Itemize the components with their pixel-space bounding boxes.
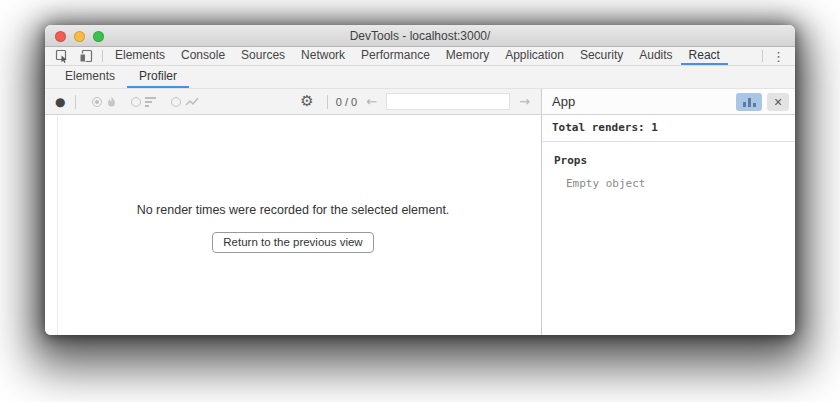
inspect-element-button[interactable]	[50, 47, 74, 65]
subtab-profiler[interactable]: Profiler	[127, 66, 189, 88]
bar-chart-icon	[743, 98, 756, 107]
gear-icon: ⚙	[300, 94, 313, 109]
right-arrow-icon: →	[517, 95, 532, 108]
details-panel-header: App ×	[542, 89, 795, 114]
content-row: No render times were recorded for the se…	[45, 115, 795, 335]
gutter-divider	[57, 115, 58, 335]
devtools-window: DevTools - localhost:3000/ Elements Cons…	[45, 25, 795, 335]
record-icon: ●	[55, 96, 65, 108]
details-panel-body: Total renders: 1 Props Empty object	[542, 115, 795, 335]
return-previous-view-button[interactable]: Return to the previous view	[212, 232, 373, 253]
screenshot-stage: DevTools - localhost:3000/ Elements Cons…	[0, 0, 840, 402]
settings-divider	[327, 95, 328, 109]
profiler-main-area: No render times were recorded for the se…	[45, 115, 542, 335]
flame-icon	[106, 96, 117, 108]
toolbar-divider	[102, 50, 103, 62]
chart-type-flamegraph-radio[interactable]	[92, 96, 117, 108]
radio-selected-icon	[92, 97, 102, 107]
tab-security[interactable]: Security	[572, 47, 631, 65]
snapshot-filter-input[interactable]	[386, 93, 510, 110]
window-title: DevTools - localhost:3000/	[350, 29, 491, 43]
props-value: Empty object	[542, 167, 795, 190]
close-window-button[interactable]	[55, 31, 66, 42]
close-panel-button[interactable]: ×	[767, 93, 789, 111]
profiler-toolbar: ●	[45, 89, 542, 114]
total-renders-text: Total renders: 1	[542, 115, 795, 142]
radio-icon	[131, 97, 141, 107]
devtools-tabbar: Elements Console Sources Network Perform…	[45, 47, 795, 66]
snapshot-counter: 0 / 0	[336, 96, 357, 108]
tab-application[interactable]: Application	[497, 47, 572, 65]
tabbar-right-divider	[762, 50, 763, 62]
titlebar[interactable]: DevTools - localhost:3000/	[45, 25, 795, 47]
previous-snapshot-button[interactable]: ←	[363, 95, 380, 108]
tab-performance[interactable]: Performance	[353, 47, 438, 65]
chart-type-ranked-radio[interactable]	[131, 97, 157, 107]
record-divider	[75, 95, 76, 109]
device-toolbar-icon	[79, 49, 93, 63]
radio-icon	[171, 97, 181, 107]
inspect-cursor-icon	[55, 49, 69, 63]
props-label: Props	[542, 142, 795, 167]
trending-line-icon	[185, 97, 199, 107]
next-snapshot-button[interactable]: →	[516, 95, 533, 108]
record-button[interactable]: ●	[53, 96, 67, 108]
device-toolbar-button[interactable]	[74, 47, 98, 65]
zoom-window-button[interactable]	[93, 31, 104, 42]
react-subtabbar: Elements Profiler	[45, 66, 795, 89]
tab-sources[interactable]: Sources	[233, 47, 293, 65]
selected-component-name: App	[552, 94, 575, 109]
kebab-menu-icon: ⋮	[772, 49, 785, 64]
tab-network[interactable]: Network	[293, 47, 353, 65]
tab-elements[interactable]: Elements	[107, 47, 173, 65]
traffic-lights	[55, 31, 104, 42]
left-arrow-icon: ←	[364, 95, 379, 108]
ranked-bars-icon	[145, 97, 157, 107]
more-options-button[interactable]: ⋮	[767, 47, 790, 65]
tabbar-spacer	[728, 47, 758, 65]
render-chart-toggle-button[interactable]	[736, 93, 762, 111]
no-render-times-message: No render times were recorded for the se…	[137, 203, 450, 217]
chart-type-interactions-radio[interactable]	[171, 97, 199, 107]
tab-memory[interactable]: Memory	[438, 47, 497, 65]
tab-audits[interactable]: Audits	[631, 47, 680, 65]
tab-react[interactable]: React	[681, 47, 728, 65]
close-icon: ×	[774, 95, 782, 109]
tab-console[interactable]: Console	[173, 47, 233, 65]
subtab-elements[interactable]: Elements	[53, 66, 127, 88]
profiler-settings-button[interactable]: ⚙	[295, 94, 318, 109]
minimize-window-button[interactable]	[74, 31, 85, 42]
profiler-toolbar-row: ●	[45, 89, 795, 115]
